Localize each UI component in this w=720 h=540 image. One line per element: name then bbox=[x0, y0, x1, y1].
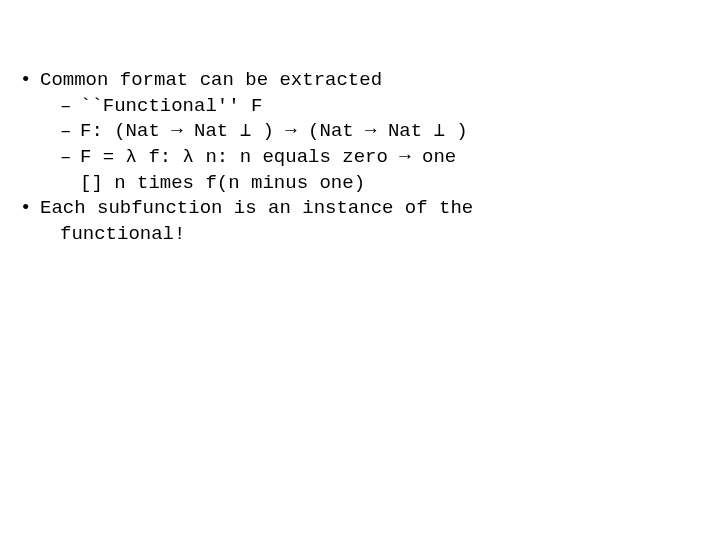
dash-icon: – bbox=[60, 119, 80, 145]
sub-bullet-item: – F = λ f: λ n: n equals zero → one bbox=[20, 145, 700, 171]
bullet-item: • Each subfunction is an instance of the bbox=[20, 196, 700, 222]
bullet-text: Each subfunction is an instance of the bbox=[40, 196, 473, 222]
dash-icon: – bbox=[60, 145, 80, 171]
bullet-icon: • bbox=[20, 196, 40, 222]
dash-icon: – bbox=[60, 94, 80, 120]
sub-bullet-text: ``Functional'' F bbox=[80, 94, 262, 120]
bullet-item: • Common format can be extracted bbox=[20, 68, 700, 94]
bullet-wrap-text: functional! bbox=[60, 223, 185, 245]
continuation-text: [] n times f(n minus one) bbox=[80, 172, 365, 194]
slide: • Common format can be extracted – ``Fun… bbox=[0, 0, 720, 540]
bullet-icon: • bbox=[20, 68, 40, 94]
bullet-wrap: functional! bbox=[20, 222, 700, 248]
sub-bullet-continuation: [] n times f(n minus one) bbox=[20, 171, 700, 197]
sub-bullet-text: F: (Nat → Nat ⊥ ) → (Nat → Nat ⊥ ) bbox=[80, 119, 468, 145]
bullet-text: Common format can be extracted bbox=[40, 68, 382, 94]
sub-bullet-item: – ``Functional'' F bbox=[20, 94, 700, 120]
sub-bullet-item: – F: (Nat → Nat ⊥ ) → (Nat → Nat ⊥ ) bbox=[20, 119, 700, 145]
sub-bullet-text: F = λ f: λ n: n equals zero → one bbox=[80, 145, 456, 171]
